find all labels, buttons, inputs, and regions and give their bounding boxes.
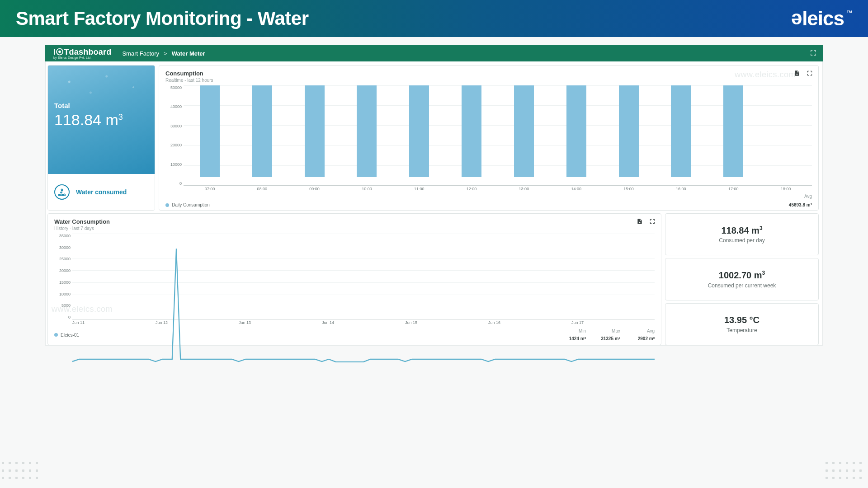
legend-dot-icon — [165, 203, 169, 207]
avg-header: Avg — [165, 194, 812, 199]
history-title: Water Consumption — [54, 218, 655, 225]
bar[interactable] — [409, 85, 429, 177]
consumption-chart: 50000400003000020000100000 07:0008:0009:… — [165, 85, 812, 193]
download-icon[interactable] — [637, 218, 643, 226]
app-logo[interactable]: I⦿Tdashboard by Eleics Design Pvt. Ltd. — [53, 47, 111, 59]
breadcrumb: Smart Factory > Water Meter — [122, 50, 205, 57]
metric-card: 1002.70 m3Consumed per current week — [665, 258, 819, 300]
metric-label: Consumed per current week — [708, 282, 776, 289]
bar[interactable] — [723, 85, 743, 177]
expand-icon[interactable] — [649, 218, 656, 226]
consumption-avg-value: 45693.8 m³ — [789, 202, 812, 207]
total-card: Total 118.84 m3 Water consumed — [47, 65, 155, 211]
metric-card: 118.84 m3Consumed per day — [665, 213, 819, 255]
consumption-subtitle: Realtime - last 12 hours — [165, 78, 812, 83]
bar[interactable] — [357, 85, 377, 177]
bar[interactable] — [200, 85, 220, 177]
history-chart: 35000300002500020000150001000050000 Jun … — [54, 234, 655, 326]
bar[interactable] — [566, 85, 586, 177]
metric-value: 118.84 m3 — [721, 225, 762, 236]
bar[interactable] — [514, 85, 534, 177]
bar[interactable] — [252, 85, 272, 177]
metric-value: 13.95 °C — [724, 315, 760, 325]
consumption-title: Consumption — [165, 70, 812, 77]
breadcrumb-root[interactable]: Smart Factory — [122, 50, 159, 57]
history-card: Water Consumption History - last 7 days … — [47, 213, 661, 345]
total-value: 118.84 m3 — [54, 111, 148, 129]
consumption-card: www.eleics.com Consumption Realtime - la… — [159, 65, 819, 211]
brand-logo: eleics™ — [792, 7, 852, 30]
metric-card: 13.95 °CTemperature — [665, 303, 819, 345]
metric-label: Temperature — [726, 327, 757, 333]
bar[interactable] — [619, 85, 639, 177]
total-card-hero: Total 118.84 m3 — [48, 66, 155, 174]
breadcrumb-current: Water Meter — [172, 50, 205, 57]
decoration-dots — [2, 462, 42, 484]
dashboard-board: Total 118.84 m3 Water consumed www.eleic… — [45, 61, 823, 346]
decoration-dots — [826, 462, 866, 484]
water-icon — [54, 184, 70, 200]
page-title: Smart Factory Monitoring - Water — [16, 8, 792, 29]
consumption-legend: Daily Consumption — [165, 202, 210, 207]
bar[interactable] — [305, 85, 325, 177]
expand-icon[interactable] — [807, 70, 813, 78]
download-icon[interactable] — [794, 70, 800, 78]
metric-value: 1002.70 m3 — [719, 270, 765, 281]
total-card-footer: Water consumed — [48, 174, 155, 210]
history-subtitle: History - last 7 days — [54, 226, 655, 231]
metrics-column: 118.84 m3Consumed per day1002.70 m3Consu… — [665, 213, 819, 345]
total-label: Total — [54, 102, 148, 109]
fullscreen-toggle-icon[interactable] — [810, 50, 816, 57]
bar[interactable] — [462, 85, 481, 177]
breadcrumb-sep: > — [164, 50, 167, 57]
app-bar: I⦿Tdashboard by Eleics Design Pvt. Ltd. … — [45, 45, 823, 61]
page-header: Smart Factory Monitoring - Water eleics™ — [0, 0, 868, 37]
bar[interactable] — [671, 85, 691, 177]
legend-dot-icon — [54, 333, 58, 337]
total-footer-text: Water consumed — [76, 188, 127, 196]
metric-label: Consumed per day — [719, 237, 764, 244]
